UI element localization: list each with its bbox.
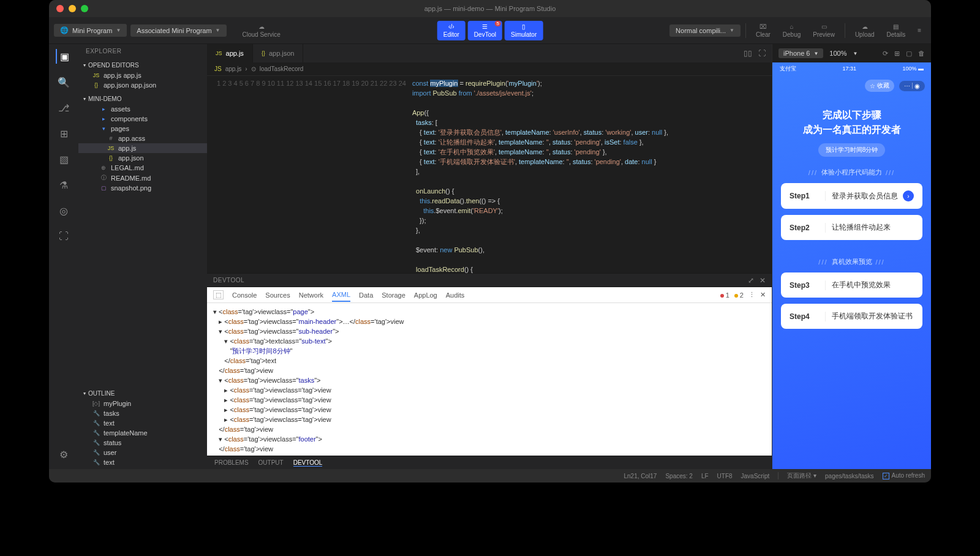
axml-node[interactable]: ▾ <class='tag'>viewclass="page">: [213, 307, 404, 317]
axml-node[interactable]: </class='tag'>text: [213, 356, 404, 366]
axml-node[interactable]: </class='tag'>view: [213, 444, 404, 454]
debug-button[interactable]: ⌂Debug: [778, 22, 805, 39]
axml-node[interactable]: ▸ <class='tag'>viewclass='tag'>view: [213, 395, 404, 405]
search-icon[interactable]: 🔍: [56, 75, 71, 89]
split-icon[interactable]: ▯▯: [744, 49, 752, 58]
device-select[interactable]: iPhone 6▼: [778, 48, 823, 58]
step-card[interactable]: Step1登录并获取会员信息›: [781, 183, 922, 209]
axml-node[interactable]: ▾ <class='tag'>textclass="sub-text">: [213, 336, 404, 346]
associated-dropdown[interactable]: Associated Mini Program▼: [130, 24, 226, 37]
step-card[interactable]: Step4手机端领取开发体验证书: [781, 304, 922, 329]
outline-item[interactable]: 🔧templateName: [78, 428, 207, 438]
devtool-close-icon[interactable]: ✕: [760, 291, 766, 299]
route-status[interactable]: 页面路径 ▾: [787, 471, 816, 480]
devtool-more-icon[interactable]: ⋮: [748, 291, 755, 299]
axml-node[interactable]: ▸ <class='tag'>viewclass='tag'>view: [213, 405, 404, 415]
bottom-tab[interactable]: PROBLEMS: [214, 459, 249, 466]
clear-button[interactable]: ⌧Clear: [751, 22, 775, 39]
file-tree-item[interactable]: ▸assets: [78, 104, 207, 114]
breadcrumb[interactable]: JS app.js › ⊙ loadTaskRecord: [207, 62, 772, 76]
file-tree-item[interactable]: #app.acss: [78, 133, 207, 143]
screenshot-icon[interactable]: ▢: [906, 50, 912, 58]
outline-item[interactable]: 🔧text: [78, 457, 207, 467]
axml-node[interactable]: ▸ <class='tag'>viewclass='tag'>view: [213, 415, 404, 424]
path-status[interactable]: pages/tasks/tasks: [825, 473, 873, 479]
devtool-tab[interactable]: Sources: [265, 289, 290, 301]
preview-button[interactable]: ▭Preview: [808, 22, 840, 39]
settings-icon[interactable]: ⚙: [56, 447, 71, 462]
open-editor-item[interactable]: JSapp.js app.js: [78, 70, 207, 80]
outline-item[interactable]: 🔧text: [78, 418, 207, 428]
zoom-label[interactable]: 100%: [829, 50, 846, 57]
compile-mode-dropdown[interactable]: Normal compili...▼: [669, 24, 741, 37]
minimize-window-icon[interactable]: [69, 5, 76, 12]
devtool-tab[interactable]: Console: [232, 289, 257, 301]
editor-tab[interactable]: {}app.json: [253, 44, 304, 62]
axml-node[interactable]: </class='tag'>view: [213, 366, 404, 375]
auto-refresh-toggle[interactable]: ✓Auto refresh: [883, 472, 925, 479]
file-tree-item[interactable]: ⓘREADME.md: [78, 173, 207, 183]
step-card[interactable]: Step2让轮播组件动起来: [781, 215, 922, 240]
file-tree-item[interactable]: ▸components: [78, 114, 207, 124]
outline-item[interactable]: [◇]myPlugin: [78, 399, 207, 408]
bottom-tab[interactable]: OUTPUT: [258, 459, 284, 466]
git-icon[interactable]: ⎇: [56, 100, 71, 115]
target-icon[interactable]: ◎: [56, 203, 71, 218]
file-tree-item[interactable]: ▾pages: [78, 124, 207, 133]
step-card[interactable]: Step3在手机中预览效果: [781, 272, 922, 298]
file-tree-item[interactable]: ▢snapshot.png: [78, 183, 207, 193]
axml-node[interactable]: "预计学习时间8分钟": [213, 346, 404, 356]
inspect-icon[interactable]: ⬚: [213, 290, 224, 299]
details-button[interactable]: ▤Details: [882, 22, 911, 39]
phone-simulator[interactable]: 支付宝 17:31 100% ▬ ☆收藏 ⋯ ◉ 完成以: [772, 62, 931, 469]
axml-node[interactable]: ▸ <class='tag'>viewclass="main-header">……: [213, 317, 404, 326]
devtool-tab[interactable]: Audits: [446, 289, 465, 301]
more-button[interactable]: ≡: [913, 26, 926, 35]
axml-node[interactable]: ▸ <class='tag'>viewclass='tag'>view: [213, 385, 404, 395]
devtool-mode-button[interactable]: ☰ 5 DevTool: [468, 21, 502, 40]
upload-button[interactable]: ☁Upload: [850, 22, 880, 39]
file-tree-item[interactable]: JSapp.js: [78, 143, 207, 153]
axml-node[interactable]: ▾ <class='tag'>viewclass="sub-header">: [213, 326, 404, 336]
favorite-button[interactable]: ☆收藏: [865, 80, 894, 92]
close-icon[interactable]: ✕: [760, 276, 766, 285]
mini-program-dropdown[interactable]: 🌐 Mini Program▼: [54, 24, 127, 37]
file-tree-item[interactable]: ⊛LEGAL.md: [78, 163, 207, 173]
trash-icon[interactable]: 🗑: [918, 50, 925, 58]
grid-icon[interactable]: ⊞: [894, 50, 900, 58]
editor-mode-button[interactable]: ‹/› Editor: [437, 21, 466, 40]
axml-node[interactable]: ▾ <class='tag'>viewclass="tasks">: [213, 375, 404, 385]
code-editor[interactable]: 1 2 3 4 5 6 7 8 9 10 11 12 13 14 15 16 1…: [207, 76, 772, 273]
spaces-status[interactable]: Spaces: 2: [665, 473, 692, 479]
bottom-tab[interactable]: DEVTOOL: [293, 459, 323, 467]
outline-item[interactable]: 🔧status: [78, 438, 207, 448]
outline-item[interactable]: 🔧user: [78, 448, 207, 457]
devtool-tab[interactable]: Network: [299, 289, 323, 301]
devtool-tab[interactable]: AXML: [332, 288, 350, 302]
project-section[interactable]: MINI-DEMO: [78, 94, 207, 104]
warning-count[interactable]: 2: [734, 291, 744, 299]
scan-icon[interactable]: ⛶: [56, 229, 71, 244]
package-icon[interactable]: ▧: [56, 152, 71, 167]
refresh-icon[interactable]: ⟳: [883, 50, 888, 58]
axml-node[interactable]: </class='tag'>view: [213, 424, 404, 434]
devtool-tab[interactable]: Data: [359, 289, 373, 301]
outline-section[interactable]: OUTLINE: [78, 388, 207, 399]
devtool-tab[interactable]: AppLog: [414, 289, 437, 301]
cloud-service-button[interactable]: ☁ Cloud Service: [243, 23, 281, 38]
close-window-icon[interactable]: [56, 5, 64, 12]
outline-item[interactable]: 🔧tasks: [78, 408, 207, 418]
file-tree-item[interactable]: {}app.json: [78, 153, 207, 163]
extension-icon[interactable]: ⊞: [56, 126, 71, 141]
simulator-mode-button[interactable]: ▯ Simulator: [505, 21, 543, 40]
devtool-body[interactable]: ▾ <class='tag'>viewclass="page"> ▸ <clas…: [207, 303, 772, 456]
open-editors-section[interactable]: OPEND EDITORS: [78, 60, 207, 70]
language-status[interactable]: JavaScript: [741, 473, 770, 479]
app-menu-button[interactable]: ⋯ ◉: [899, 81, 925, 91]
cursor-status[interactable]: Ln21, Col17: [624, 473, 657, 479]
open-editor-item[interactable]: {}app.json app.json: [78, 80, 207, 90]
eol-status[interactable]: LF: [701, 473, 709, 479]
experiment-icon[interactable]: ⚗: [56, 178, 71, 192]
expand-icon[interactable]: ⤢: [748, 276, 755, 285]
layout-icon[interactable]: ⛶: [758, 49, 766, 58]
